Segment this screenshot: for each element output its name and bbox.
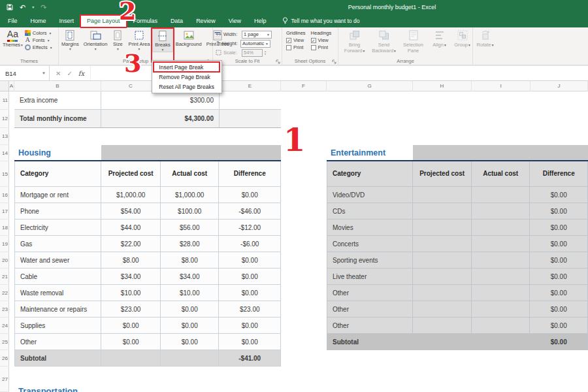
tell-me-box[interactable]: Tell me what you want to do — [282, 14, 360, 27]
housing-cell[interactable]: Cable — [15, 269, 101, 284]
entertainment-title[interactable]: Entertainment — [327, 145, 413, 160]
housing-cell[interactable]: $8.00 — [101, 252, 161, 268]
menu-item-reset-all-page-breaks[interactable]: Reset All Page Breaks — [152, 82, 221, 91]
housing-subtotal-projected[interactable] — [101, 350, 161, 366]
entertainment-header-cell[interactable]: Category — [327, 161, 413, 186]
column-header-f[interactable]: F — [281, 81, 327, 91]
entertainment-cell[interactable] — [413, 318, 472, 333]
entertainment-cell[interactable] — [472, 220, 531, 235]
income-value[interactable]: $300.00 — [101, 91, 220, 109]
entertainment-cell[interactable] — [413, 203, 472, 219]
tab-file[interactable]: File — [1, 14, 24, 27]
undo-dropdown-icon[interactable]: ▾ — [32, 5, 34, 9]
housing-cell[interactable]: $8.00 — [161, 252, 220, 268]
entertainment-subtotal-label[interactable]: Subtotal — [327, 334, 413, 350]
housing-cell[interactable]: $0.00 — [219, 252, 280, 268]
entertainment-cell[interactable] — [413, 236, 472, 252]
housing-header-cell[interactable]: Difference — [219, 161, 280, 186]
rotate-button[interactable]: Rotate — [474, 29, 496, 48]
entertainment-cell[interactable] — [472, 301, 531, 317]
housing-cell[interactable]: Maintenance or repairs — [15, 301, 101, 317]
entertainment-cell[interactable]: Other — [327, 318, 413, 333]
housing-cell[interactable]: $0.00 — [219, 334, 280, 350]
entertainment-cell[interactable] — [472, 269, 531, 284]
housing-title-band[interactable] — [101, 145, 281, 160]
income-empty-cell[interactable] — [220, 110, 281, 127]
row-header-15[interactable]: 15 — [0, 161, 9, 187]
housing-cell[interactable]: $22.00 — [101, 236, 161, 252]
housing-header-cell[interactable]: Category — [15, 161, 101, 186]
housing-cell[interactable]: Waste removal — [15, 285, 101, 301]
entertainment-cell[interactable] — [413, 252, 472, 268]
row-header-16[interactable]: 16 — [0, 187, 9, 203]
bring-forward-button[interactable]: Bring Forward — [340, 29, 368, 54]
housing-cell[interactable]: $34.00 — [161, 269, 220, 284]
entertainment-cell[interactable]: $0.00 — [530, 318, 587, 333]
housing-cell[interactable]: $0.00 — [161, 301, 220, 317]
row-header-26[interactable]: 26 — [0, 350, 9, 367]
align-button[interactable]: Align — [429, 29, 450, 48]
housing-cell[interactable]: Phone — [15, 203, 101, 219]
row-header-27[interactable]: 27 — [0, 367, 9, 392]
housing-cell[interactable]: $0.00 — [101, 318, 161, 333]
row-header-18[interactable]: 18 — [0, 220, 9, 236]
housing-cell[interactable]: $0.00 — [219, 269, 280, 284]
themes-button[interactable]: Aa Themes — [1, 29, 25, 48]
housing-cell[interactable]: $1,000.00 — [161, 187, 220, 203]
income-value[interactable]: $4,300.00 — [101, 110, 220, 127]
tab-view[interactable]: View — [222, 14, 248, 27]
column-header-g[interactable]: G — [327, 81, 413, 91]
transportation-title-partial[interactable]: Transportation — [18, 386, 78, 392]
entertainment-cell[interactable] — [472, 252, 531, 268]
name-box-dropdown-icon[interactable]: ▼ — [42, 71, 46, 75]
housing-cell[interactable]: $0.00 — [219, 318, 280, 333]
tab-home[interactable]: Home — [24, 14, 53, 27]
entertainment-cell[interactable]: $0.00 — [530, 187, 587, 203]
entertainment-header-cell[interactable]: Projected cost — [413, 161, 472, 186]
entertainment-cell[interactable]: Live theater — [327, 269, 413, 284]
undo-icon[interactable]: ↶ — [20, 4, 25, 11]
tab-help[interactable]: Help — [248, 14, 273, 27]
entertainment-cell[interactable]: Concerts — [327, 236, 413, 252]
select-all-corner[interactable] — [0, 81, 9, 91]
scale-spinner[interactable]: ▴▾ — [265, 50, 266, 55]
entertainment-cell[interactable]: $0.00 — [530, 301, 587, 317]
entertainment-cell[interactable] — [472, 318, 531, 333]
housing-cell[interactable]: $0.00 — [219, 285, 280, 301]
scale-input[interactable]: 54% — [242, 49, 263, 57]
housing-cell[interactable]: -$46.00 — [219, 203, 280, 219]
column-header-b[interactable]: B — [14, 81, 101, 91]
row-header-12[interactable]: 12 — [0, 110, 9, 128]
housing-cell[interactable]: $0.00 — [219, 187, 280, 203]
column-header-j[interactable]: J — [531, 81, 588, 91]
entertainment-subtotal-value[interactable]: $0.00 — [530, 334, 587, 350]
entertainment-cell[interactable]: Movies — [327, 220, 413, 235]
row-header-13[interactable]: 13 — [0, 128, 9, 145]
tab-data[interactable]: Data — [164, 14, 189, 27]
selection-pane-button[interactable]: Selection Pane — [399, 29, 427, 54]
column-header-i[interactable]: I — [472, 81, 531, 91]
entertainment-title-band[interactable] — [413, 145, 588, 160]
breaks-button[interactable]: Breaks▾ Insert Page Break Remove Page Br… — [152, 29, 172, 52]
gridlines-view-checkbox[interactable]: View — [286, 37, 306, 43]
housing-header-cell[interactable]: Actual cost — [161, 161, 220, 186]
entertainment-header-cell[interactable]: Actual cost — [472, 161, 531, 186]
entertainment-cell[interactable]: $0.00 — [530, 203, 587, 219]
cancel-icon[interactable]: ✕ — [56, 70, 61, 77]
entertainment-cell[interactable]: $0.00 — [530, 236, 587, 252]
row-header-20[interactable]: 20 — [0, 252, 9, 269]
group-button[interactable]: Group — [451, 29, 473, 48]
size-button[interactable]: Size▾ — [110, 29, 125, 51]
entertainment-subtotal-actual[interactable] — [472, 334, 531, 350]
income-label[interactable]: Extra income — [14, 91, 101, 109]
column-header-a[interactable]: A — [9, 81, 14, 91]
housing-cell[interactable]: $100.00 — [161, 203, 220, 219]
effects-button[interactable]: Effects — [25, 44, 52, 50]
colors-button[interactable]: Colors — [25, 30, 52, 36]
margins-button[interactable]: Margins▾ — [59, 29, 81, 51]
entertainment-cell[interactable] — [413, 269, 472, 284]
headings-view-checkbox[interactable]: View — [311, 37, 332, 43]
housing-cell[interactable]: Electricity — [15, 220, 101, 235]
housing-cell[interactable]: Other — [15, 334, 101, 350]
gridlines-print-checkbox[interactable]: Print — [286, 44, 306, 50]
